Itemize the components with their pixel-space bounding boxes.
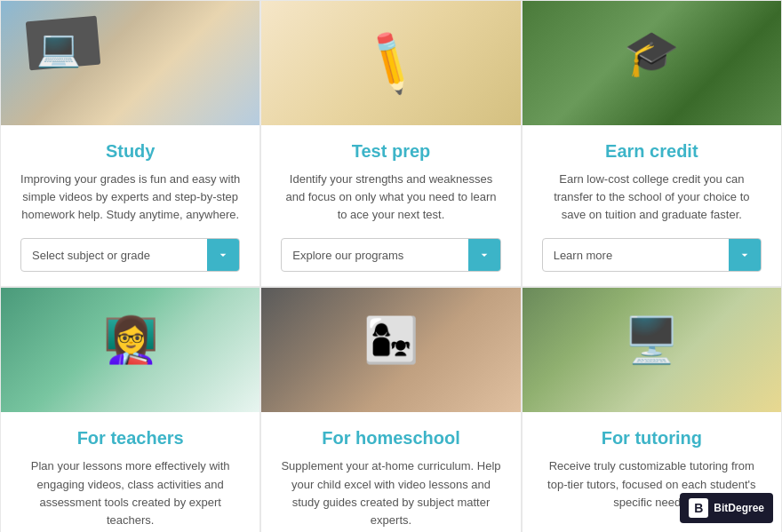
select-text-test-prep: Explore our programs — [282, 242, 467, 269]
select-wrapper-earn-credit[interactable]: Learn more — [542, 238, 762, 272]
card-title-test-prep: Test prep — [352, 141, 431, 162]
card-test-prep: Test prep Identify your strengths and we… — [260, 0, 521, 287]
card-title-study: Study — [106, 141, 156, 162]
card-desc-for-teachers: Plan your lessons more effectively with … — [20, 457, 240, 529]
card-earn-credit: Earn credit Earn low-cost college credit… — [522, 0, 782, 287]
bitdegree-badge[interactable]: B BitDegree — [680, 493, 773, 523]
card-study: Study Improving your grades is fun and e… — [0, 0, 260, 287]
card-body-earn-credit: Earn credit Earn low-cost college credit… — [523, 125, 781, 286]
cards-grid: Study Improving your grades is fun and e… — [0, 0, 782, 532]
card-image-placeholder-for-homeschool — [261, 288, 520, 412]
select-text-study: Select subject or grade — [21, 242, 207, 269]
card-select-earn-credit[interactable]: Learn more — [542, 238, 762, 272]
card-image-placeholder-for-tutoring — [523, 288, 781, 412]
card-title-for-tutoring: For tutoring — [602, 428, 702, 449]
card-select-test-prep[interactable]: Explore our programs — [281, 238, 500, 272]
card-desc-for-homeschool: Supplement your at-home curriculum. Help… — [281, 457, 500, 529]
bitdegree-logo-icon: B — [689, 498, 708, 518]
card-title-for-homeschool: For homeschool — [322, 428, 460, 449]
card-image-placeholder-study — [1, 1, 259, 125]
card-image-study — [1, 1, 259, 125]
card-for-teachers: For teachers Plan your lessons more effe… — [0, 287, 260, 532]
card-image-for-tutoring — [523, 288, 781, 412]
card-image-for-homeschool — [261, 288, 520, 412]
card-image-earn-credit — [523, 1, 781, 125]
chevron-down-icon-earn-credit[interactable] — [729, 239, 761, 271]
card-title-for-teachers: For teachers — [77, 428, 184, 449]
chevron-svg-earn-credit — [738, 248, 752, 262]
card-body-study: Study Improving your grades is fun and e… — [1, 125, 259, 286]
card-body-test-prep: Test prep Identify your strengths and we… — [261, 125, 520, 286]
card-image-for-teachers — [1, 288, 259, 412]
select-text-earn-credit: Learn more — [543, 242, 729, 269]
card-desc-earn-credit: Earn low-cost college credit you can tra… — [542, 171, 762, 224]
card-image-placeholder-for-teachers — [1, 288, 259, 412]
chevron-down-icon-test-prep[interactable] — [468, 239, 500, 271]
card-title-earn-credit: Earn credit — [605, 141, 698, 162]
card-body-for-teachers: For teachers Plan your lessons more effe… — [1, 412, 259, 532]
card-desc-test-prep: Identify your strengths and weaknesses a… — [281, 171, 500, 224]
bitdegree-label: BitDegree — [714, 502, 764, 514]
card-body-for-homeschool: For homeschool Supplement your at-home c… — [261, 412, 520, 532]
card-for-homeschool: For homeschool Supplement your at-home c… — [260, 287, 521, 532]
card-image-test-prep — [261, 1, 520, 125]
card-desc-study: Improving your grades is fun and easy wi… — [20, 171, 240, 224]
card-select-study[interactable]: Select subject or grade — [20, 238, 240, 272]
chevron-svg-test-prep — [477, 248, 491, 262]
card-image-placeholder-test-prep — [261, 1, 520, 125]
chevron-svg-study — [216, 248, 230, 262]
select-wrapper-study[interactable]: Select subject or grade — [20, 238, 240, 272]
chevron-down-icon-study[interactable] — [207, 239, 239, 271]
card-image-placeholder-earn-credit — [523, 1, 781, 125]
select-wrapper-test-prep[interactable]: Explore our programs — [281, 238, 500, 272]
